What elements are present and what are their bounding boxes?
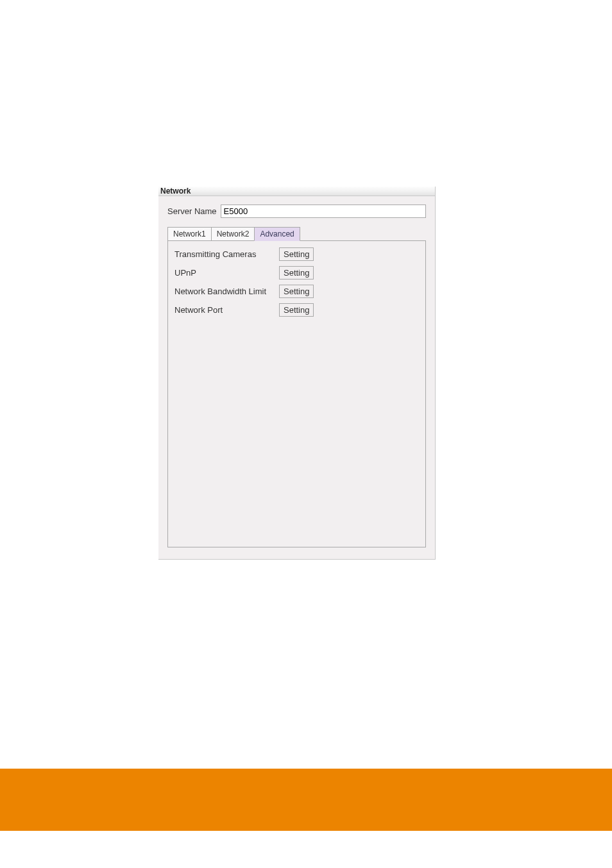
setting-button-upnp[interactable]: Setting — [279, 266, 314, 280]
row-network-port: Network Port Setting — [174, 303, 419, 317]
tab-content-advanced: Transmitting Cameras Setting UPnP Settin… — [167, 240, 426, 547]
server-name-label: Server Name — [167, 206, 217, 216]
panel-body: Server Name Network1 Network2 Advanced T… — [158, 196, 435, 559]
row-upnp: UPnP Setting — [174, 266, 419, 280]
row-bandwidth-limit: Network Bandwidth Limit Setting — [174, 285, 419, 298]
label-transmitting-cameras: Transmitting Cameras — [174, 249, 279, 259]
footer-bar — [0, 769, 612, 831]
tab-advanced[interactable]: Advanced — [254, 227, 300, 241]
label-upnp: UPnP — [174, 268, 279, 278]
label-bandwidth-limit: Network Bandwidth Limit — [174, 287, 279, 296]
panel-title-bar: Network — [158, 187, 435, 196]
setting-button-transmitting-cameras[interactable]: Setting — [279, 247, 314, 261]
row-transmitting-cameras: Transmitting Cameras Setting — [174, 247, 419, 261]
panel-title: Network — [160, 187, 191, 196]
server-name-input[interactable] — [221, 204, 426, 218]
server-name-row: Server Name — [167, 204, 426, 218]
tab-network1[interactable]: Network1 — [167, 227, 212, 240]
label-network-port: Network Port — [174, 305, 279, 315]
setting-button-bandwidth-limit[interactable]: Setting — [279, 285, 314, 298]
setting-button-network-port[interactable]: Setting — [279, 303, 314, 317]
network-panel: Network Server Name Network1 Network2 Ad… — [158, 187, 436, 560]
tab-strip: Network1 Network2 Advanced — [167, 227, 426, 240]
tab-network2[interactable]: Network2 — [211, 227, 255, 240]
